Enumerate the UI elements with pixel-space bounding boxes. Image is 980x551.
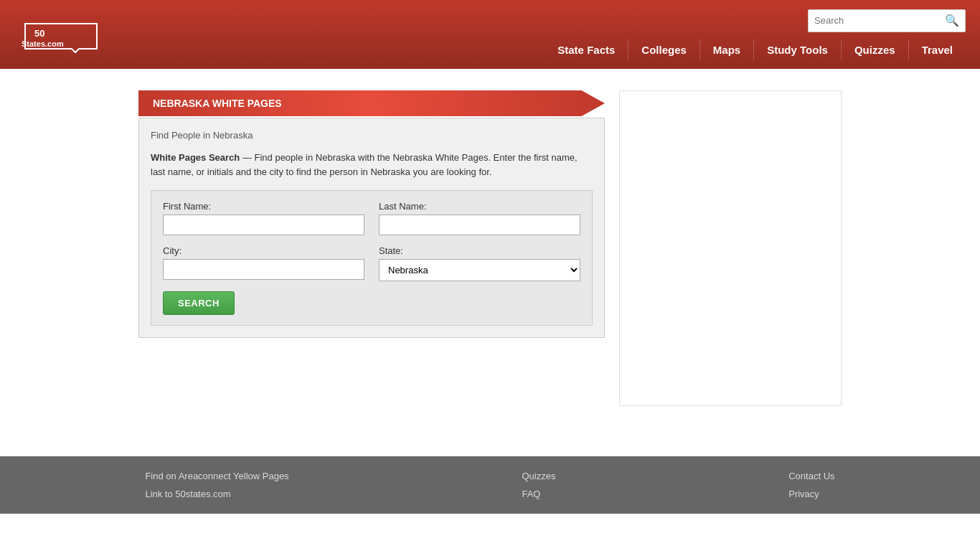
nav-item-travel[interactable]: Travel [908, 39, 966, 60]
footer-link-quizzes[interactable]: Quizzes [522, 471, 555, 481]
footer-link-areaconnect[interactable]: Find on Areaconnect Yellow Pages [145, 471, 288, 481]
city-label: City: [163, 245, 364, 256]
description-text: White Pages Search — Find people in Nebr… [151, 151, 593, 179]
search-bar: 🔍 [808, 9, 966, 32]
logo-area: 50 States.com [14, 9, 108, 60]
location-row: City: State: AlabamaAlaskaArizonaArkansa… [163, 245, 580, 281]
first-name-group: First Name: [163, 201, 364, 235]
form-container: First Name: Last Name: City: State: [151, 190, 593, 326]
nav-item-state-facts[interactable]: State Facts [545, 39, 628, 60]
last-name-input[interactable] [379, 215, 580, 235]
svg-text:50: 50 [34, 28, 44, 39]
state-group: State: AlabamaAlaskaArizonaArkansasCalif… [379, 245, 580, 281]
last-name-label: Last Name: [379, 201, 580, 212]
state-select[interactable]: AlabamaAlaskaArizonaArkansasCaliforniaCo… [379, 259, 580, 281]
footer-col-3: Contact Us Privacy [788, 471, 834, 499]
nav-item-colleges[interactable]: Colleges [628, 39, 699, 60]
header: 50 States.com 🔍 State Facts Colleges Map… [0, 0, 980, 69]
section-header: NEBRASKA WHITE PAGES [138, 90, 605, 116]
footer-col-2: Quizzes FAQ [522, 471, 555, 499]
search-button[interactable]: 🔍 [939, 14, 965, 27]
nav-menu: State Facts Colleges Maps Study Tools Qu… [545, 39, 966, 60]
footer-link-contact[interactable]: Contact Us [788, 471, 834, 481]
svg-text:States.com: States.com [22, 39, 64, 48]
state-label: State: [379, 245, 580, 256]
left-panel: NEBRASKA WHITE PAGES Find People in Nebr… [138, 90, 605, 406]
footer-link-privacy[interactable]: Privacy [788, 489, 834, 499]
city-group: City: [163, 245, 364, 281]
main-content: NEBRASKA WHITE PAGES Find People in Nebr… [0, 69, 980, 428]
search-box: Find People in Nebraska White Pages Sear… [138, 118, 605, 338]
desc-bold: White Pages Search [151, 152, 240, 163]
search-input[interactable] [809, 12, 939, 29]
city-input[interactable] [163, 259, 364, 280]
footer-link-faq[interactable]: FAQ [522, 489, 555, 499]
nav-item-quizzes[interactable]: Quizzes [841, 39, 908, 60]
name-row: First Name: Last Name: [163, 201, 580, 235]
footer: Find on Areaconnect Yellow Pages Link to… [0, 456, 980, 514]
search-people-button[interactable]: SEARCH [163, 291, 235, 315]
header-right: 🔍 State Facts Colleges Maps Study Tools … [545, 9, 966, 60]
logo: 50 States.com [14, 9, 108, 60]
section-title: NEBRASKA WHITE PAGES [153, 98, 282, 109]
footer-col-1: Find on Areaconnect Yellow Pages Link to… [145, 471, 288, 499]
nav-item-maps[interactable]: Maps [699, 39, 753, 60]
last-name-group: Last Name: [379, 201, 580, 235]
footer-inner: Find on Areaconnect Yellow Pages Link to… [29, 471, 951, 499]
footer-link-50states[interactable]: Link to 50states.com [145, 489, 288, 499]
nav-item-study-tools[interactable]: Study Tools [753, 39, 841, 60]
first-name-label: First Name: [163, 201, 364, 212]
first-name-input[interactable] [163, 215, 364, 235]
right-panel-ad [619, 90, 842, 406]
search-box-title: Find People in Nebraska [151, 130, 593, 141]
